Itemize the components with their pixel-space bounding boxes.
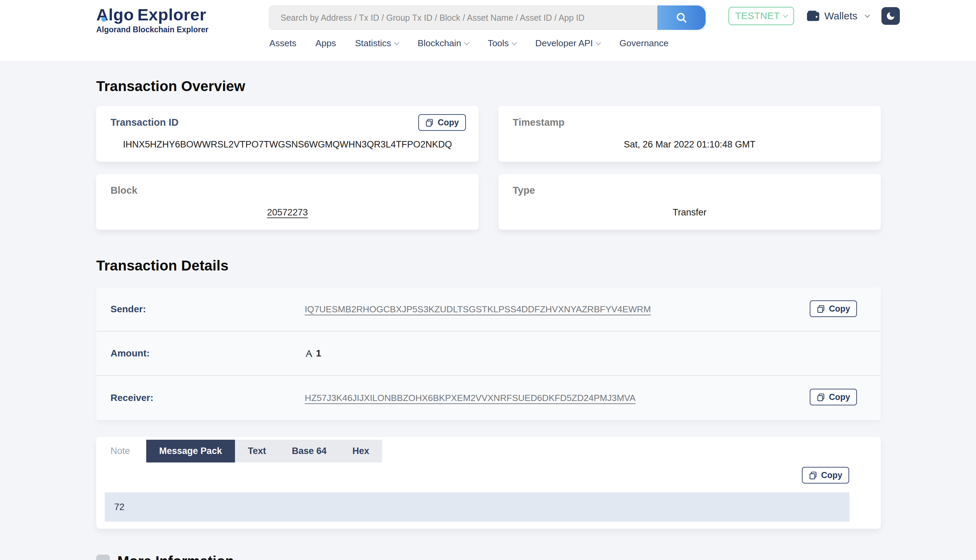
receiver-value-wrap: HZ57J3K46JIJXILONBBZOHX6BKPXEM2VVXNRFSUE… xyxy=(305,376,635,420)
note-format-tabs: Message Pack Text Base 64 Hex xyxy=(146,440,382,462)
amount-label: Amount: xyxy=(110,348,150,359)
amount-value-wrap: 1 xyxy=(305,332,321,375)
chevron-down-icon xyxy=(512,40,517,45)
note-content-value: 72 xyxy=(114,502,124,512)
nav-item-statistics[interactable]: Statistics xyxy=(355,38,399,48)
moon-icon xyxy=(886,11,896,21)
transaction-details-title: Transaction Details xyxy=(96,258,881,274)
receiver-address-link[interactable]: HZ57J3K46JIJXILONBBZOHX6BKPXEM2VVXNRFSUE… xyxy=(305,393,635,403)
timestamp-label: Timestamp xyxy=(513,117,867,128)
amount-row: Amount: 1 xyxy=(96,332,881,376)
search-icon xyxy=(675,12,688,24)
nav-item-blockchain[interactable]: Blockchain xyxy=(418,38,469,48)
nav-item-tools[interactable]: Tools xyxy=(488,38,516,48)
note-card: Note Message Pack Text Base 64 Hex Copy xyxy=(96,437,881,529)
transaction-overview-title: Transaction Overview xyxy=(96,78,881,95)
copy-button-label: Copy xyxy=(829,304,851,313)
chevron-down-icon xyxy=(464,40,470,45)
sender-label: Sender: xyxy=(110,304,146,315)
overview-cards-row-2: Block 20572273 Type Transfer xyxy=(96,174,881,230)
search-bar xyxy=(269,5,706,30)
block-card: Block 20572273 xyxy=(96,174,479,230)
copy-button-label: Copy xyxy=(829,392,851,402)
copy-button-label: Copy xyxy=(438,118,459,127)
type-card: Type Transfer xyxy=(498,174,881,230)
logo-dot-icon xyxy=(101,17,106,22)
tab-message-pack[interactable]: Message Pack xyxy=(146,440,235,462)
nav-label: Assets xyxy=(269,38,297,48)
header-right-controls: TESTNET Wallets xyxy=(729,7,900,25)
algoexplorer-transaction-page: AlgoExplorer Algorand Blockchain Explore… xyxy=(0,0,976,560)
amount-value: 1 xyxy=(305,348,321,359)
receiver-label: Receiver: xyxy=(110,392,154,403)
block-link[interactable]: 20572273 xyxy=(267,207,308,217)
more-information-title: More Information xyxy=(117,553,234,560)
amount-number: 1 xyxy=(316,348,321,359)
nav-item-developer-api[interactable]: Developer API xyxy=(535,38,600,48)
chevron-down-icon xyxy=(865,13,870,18)
nav-label: Governance xyxy=(619,38,668,48)
header: AlgoExplorer Algorand Blockchain Explore… xyxy=(0,0,976,62)
nav-item-governance[interactable]: Governance xyxy=(619,38,668,48)
network-selector[interactable]: TESTNET xyxy=(729,7,794,25)
copy-icon xyxy=(809,471,817,480)
nav-item-assets[interactable]: Assets xyxy=(269,38,297,48)
copy-icon xyxy=(425,118,434,127)
logo-text-explorer: Explorer xyxy=(137,5,206,24)
copy-transaction-id-button[interactable]: Copy xyxy=(418,114,466,131)
note-label: Note xyxy=(110,440,130,462)
copy-sender-button[interactable]: Copy xyxy=(810,300,857,317)
copy-icon xyxy=(817,305,826,313)
search-button[interactable] xyxy=(657,5,706,30)
tab-hex[interactable]: Hex xyxy=(339,440,382,462)
wallets-menu[interactable]: Wallets xyxy=(806,10,869,22)
note-header: Note Message Pack Text Base 64 Hex xyxy=(110,440,866,462)
dark-mode-toggle[interactable] xyxy=(881,7,900,25)
chevron-down-icon xyxy=(596,40,601,45)
chevron-down-icon xyxy=(394,40,399,45)
transaction-details-table: Sender: IQ7UESMB2RHOGCBXJP5S3KZUDLTSGSTK… xyxy=(96,287,881,420)
block-value-wrap: 20572273 xyxy=(96,207,479,218)
nav-label: Statistics xyxy=(355,38,391,48)
tab-base64[interactable]: Base 64 xyxy=(279,440,339,462)
note-content-box: 72 xyxy=(105,492,849,522)
sender-address-link[interactable]: IQ7UESMB2RHOGCBXJP5S3KZUDLTSGSTKLPSS4DDF… xyxy=(305,304,651,315)
sender-value-wrap: IQ7UESMB2RHOGCBXJP5S3KZUDLTSGSTKLPSS4DDF… xyxy=(305,287,651,331)
nav-label: Developer API xyxy=(535,38,593,48)
chevron-down-icon xyxy=(783,13,788,18)
wallet-icon xyxy=(806,10,820,22)
logo-wordmark: AlgoExplorer xyxy=(96,5,209,25)
main-nav: Assets Apps Statistics Blockchain Tools … xyxy=(269,38,668,48)
copy-icon xyxy=(817,393,826,402)
copy-note-button[interactable]: Copy xyxy=(802,467,849,483)
network-badge-label: TESTNET xyxy=(735,10,780,22)
transaction-id-value: IHNX5HZHY6BOWWRSL2VTPO7TWGSNS6WGMQWHN3QR… xyxy=(96,139,479,150)
type-label: Type xyxy=(513,185,867,196)
receiver-row: Receiver: HZ57J3K46JIJXILONBBZOHX6BKPXEM… xyxy=(96,376,881,420)
type-value: Transfer xyxy=(498,207,881,218)
sender-row: Sender: IQ7UESMB2RHOGCBXJP5S3KZUDLTSGSTK… xyxy=(96,287,881,332)
nav-label: Tools xyxy=(488,38,509,48)
timestamp-card: Timestamp Sat, 26 Mar 2022 01:10:48 GMT xyxy=(498,106,881,162)
transaction-id-label: Transaction ID xyxy=(110,117,465,128)
timestamp-value: Sat, 26 Mar 2022 01:10:48 GMT xyxy=(498,139,881,150)
main-content: Transaction Overview Transaction ID Copy… xyxy=(96,62,881,529)
algoexplorer-logo[interactable]: AlgoExplorer Algorand Blockchain Explore… xyxy=(96,5,209,34)
search-input[interactable] xyxy=(269,5,706,30)
more-information-section: More Information xyxy=(96,553,234,560)
nav-label: Apps xyxy=(316,38,336,48)
copy-receiver-button[interactable]: Copy xyxy=(810,389,857,405)
overview-cards-row-1: Transaction ID Copy IHNX5HZHY6BOWWRSL2VT… xyxy=(96,106,881,162)
tab-text[interactable]: Text xyxy=(235,440,279,462)
copy-button-label: Copy xyxy=(821,470,843,480)
block-label: Block xyxy=(110,185,465,196)
wallets-label: Wallets xyxy=(824,10,857,22)
nav-item-apps[interactable]: Apps xyxy=(316,38,336,48)
section-collapse-icon[interactable] xyxy=(96,555,110,560)
algo-currency-icon xyxy=(305,349,313,358)
transaction-id-card: Transaction ID Copy IHNX5HZHY6BOWWRSL2VT… xyxy=(96,106,479,162)
nav-label: Blockchain xyxy=(418,38,461,48)
logo-tagline: Algorand Blockchain Explorer xyxy=(96,25,209,34)
